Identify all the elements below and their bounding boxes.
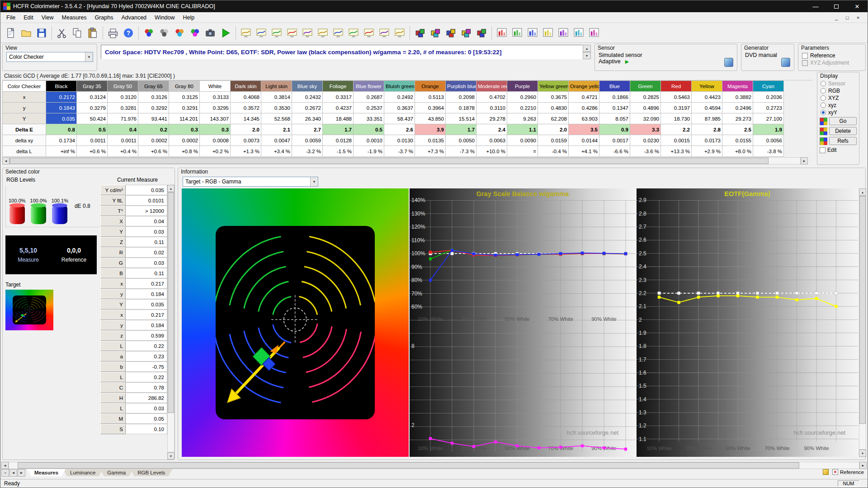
column-header[interactable]: Gray 65 <box>138 81 169 92</box>
display-radio-xyy[interactable]: xyY <box>817 109 859 116</box>
table-cell[interactable]: 143.307 <box>200 113 231 124</box>
tab-next-button[interactable]: ► <box>18 469 25 477</box>
table-cell[interactable]: 2.8 <box>692 124 722 135</box>
radio-icon[interactable] <box>821 110 826 115</box>
radio-icon[interactable] <box>821 88 826 94</box>
reference-checkbox[interactable] <box>802 53 808 59</box>
table-cell[interactable]: 0.0017 <box>599 135 630 146</box>
table-cell[interactable]: 0.0128 <box>323 135 354 146</box>
xyz-adjustment-checkbox[interactable] <box>802 60 808 66</box>
table-cell[interactable]: 29.278 <box>476 113 507 124</box>
column-header[interactable]: Blue flower <box>354 81 384 92</box>
table-cell[interactable]: 0.5463 <box>661 92 692 103</box>
menu-advanced[interactable]: Advanced <box>117 13 151 22</box>
table-cell[interactable]: 0.2960 <box>507 92 538 103</box>
column-header[interactable]: Orange <box>415 81 446 92</box>
table-cell[interactable]: 1.7 <box>323 124 354 135</box>
chevron-down-icon[interactable]: ▼ <box>310 177 318 186</box>
open-file-icon[interactable] <box>19 25 34 41</box>
column-header[interactable]: Purple <box>507 81 538 92</box>
view-primaries-icon[interactable] <box>300 25 315 41</box>
scroll-left-button[interactable]: ◄ <box>1 462 9 469</box>
table-cell[interactable]: 2.4 <box>476 124 507 135</box>
reference-toggle-checkbox[interactable]: × <box>832 469 838 475</box>
column-header[interactable]: Green <box>630 81 661 92</box>
table-cell[interactable]: 2.6 <box>384 124 415 135</box>
column-header[interactable]: White <box>200 81 231 92</box>
table-cell[interactable]: -0.4 % <box>538 146 569 157</box>
table-cell[interactable]: 26.340 <box>292 113 323 124</box>
table-cell[interactable]: 0.1866 <box>599 92 630 103</box>
table-cell[interactable]: 0.0159 <box>538 135 569 146</box>
table-cell[interactable]: 3.5 <box>569 124 599 135</box>
table-cell[interactable]: 0.3279 <box>77 103 108 113</box>
table-cell[interactable]: +0.4 % <box>108 146 138 157</box>
table-cell[interactable]: 0.4286 <box>569 103 599 113</box>
table-cell[interactable]: 0.2672 <box>292 103 323 113</box>
settings-icon[interactable] <box>474 25 489 41</box>
table-cell[interactable]: -3.2 % <box>292 146 323 157</box>
column-header[interactable]: Magenta <box>722 81 753 92</box>
display-radio-rgb[interactable]: RGB <box>817 87 859 94</box>
tab-luminance[interactable]: Luminance <box>63 469 103 476</box>
view-contrast-icon[interactable] <box>315 25 330 41</box>
chevron-down-icon[interactable]: ▼ <box>85 52 93 61</box>
table-cell[interactable]: 0.3120 <box>108 92 138 103</box>
table-cell[interactable]: 0.0011 <box>77 135 108 146</box>
table-cell[interactable]: 0.0173 <box>692 135 722 146</box>
table-cell[interactable]: 0.1878 <box>446 103 476 113</box>
table-cell[interactable]: 0.0002 <box>138 135 169 146</box>
table-cell[interactable]: 0.2210 <box>507 103 538 113</box>
table-cell[interactable]: 0.1843 <box>46 103 77 113</box>
table-cell[interactable]: -7.3 % <box>446 146 476 157</box>
tab-prev-button[interactable]: ◄ <box>9 469 17 477</box>
table-cell[interactable]: 0.0015 <box>661 135 692 146</box>
app-horizontal-scrollbar[interactable]: ◄ ► <box>1 462 867 469</box>
column-header[interactable]: Yellow <box>692 81 722 92</box>
scroll-up-button[interactable]: ▲ <box>859 188 866 196</box>
table-cell[interactable]: 0.2432 <box>292 92 323 103</box>
table-cell[interactable]: 3.9 <box>415 124 446 135</box>
maximize-button[interactable] <box>826 0 847 12</box>
table-cell[interactable]: 9.263 <box>507 113 538 124</box>
table-cell[interactable]: 0.3291 <box>169 103 200 113</box>
view-cie-icon[interactable] <box>392 25 407 41</box>
table-cell[interactable]: +0.6 % <box>77 146 108 157</box>
current-measure-scrollbar[interactable]: ▲ ▼ <box>167 185 175 460</box>
measure-secondaries-icon[interactable] <box>187 25 203 41</box>
view-rgb-icon[interactable] <box>377 25 392 41</box>
table-cell[interactable]: 0.4896 <box>630 103 661 113</box>
table-cell[interactable]: 93.441 <box>138 113 169 124</box>
table-cell[interactable]: -6.6 % <box>599 146 630 157</box>
view-nearwhite-icon[interactable] <box>269 25 284 41</box>
view-measures-icon[interactable] <box>346 25 361 41</box>
sensor-config-icon[interactable] <box>724 58 733 67</box>
table-cell[interactable]: 0.3133 <box>200 92 231 103</box>
help-icon[interactable]: ? <box>121 25 136 41</box>
table-cell[interactable]: 0.0144 <box>569 135 599 146</box>
table-cell[interactable]: 0.0130 <box>384 135 415 146</box>
table-cell[interactable]: 0.5 <box>354 124 384 135</box>
sensor-calibrate-icon[interactable] <box>428 25 443 41</box>
table-cell[interactable]: 71.976 <box>108 113 138 124</box>
table-cell[interactable]: 0.3124 <box>77 92 108 103</box>
copy-icon[interactable] <box>70 25 85 41</box>
table-cell[interactable]: +0.2 % <box>200 146 231 157</box>
table-cell[interactable]: 0.0056 <box>753 135 784 146</box>
table-cell[interactable]: 43.850 <box>415 113 446 124</box>
snapshot-icon[interactable] <box>203 25 218 41</box>
notes-icon[interactable] <box>823 469 829 475</box>
table-cell[interactable]: 62.208 <box>538 113 569 124</box>
table-cell[interactable]: 0.3530 <box>261 103 292 113</box>
table-cell[interactable]: 0.0047 <box>261 135 292 146</box>
table-horizontal-scrollbar[interactable]: ◄ ► <box>2 157 808 164</box>
table-cell[interactable]: 14.345 <box>231 113 261 124</box>
table-cell[interactable]: 0.0059 <box>292 135 323 146</box>
table-cell[interactable]: 0.2098 <box>446 92 476 103</box>
profile-icon[interactable] <box>458 25 474 41</box>
table-cell[interactable]: 0.4068 <box>231 92 261 103</box>
column-header[interactable]: Blue sky <box>292 81 323 92</box>
table-cell[interactable]: 58.437 <box>384 113 415 124</box>
table-cell[interactable]: 0.3814 <box>261 92 292 103</box>
measure-primaries-icon[interactable] <box>172 25 187 41</box>
